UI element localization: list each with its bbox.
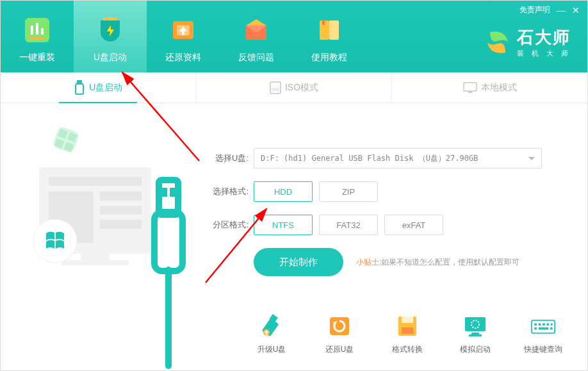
- start-button[interactable]: 开始制作: [254, 248, 343, 276]
- svg-rect-44: [330, 317, 349, 335]
- tool-hotkey[interactable]: 快捷键查询: [518, 313, 568, 355]
- svg-point-35: [33, 219, 77, 263]
- upload-icon: [172, 16, 195, 44]
- format-zip[interactable]: ZIP: [319, 181, 378, 202]
- iso-icon: ISO: [270, 81, 281, 94]
- usb-select-label: 选择U盘:: [202, 153, 249, 164]
- svg-rect-17: [76, 84, 83, 94]
- svg-rect-53: [532, 320, 555, 333]
- svg-rect-38: [162, 188, 167, 197]
- subtab-label: ISO模式: [285, 82, 318, 94]
- tool-upgrade-usb[interactable]: 升级U盘: [247, 313, 297, 355]
- usb-select-value: D:F: (hd1) General USB Flash Disk （U盘）27…: [261, 153, 478, 164]
- tool-simulate-boot[interactable]: 模拟启动: [450, 313, 500, 355]
- usb-stick-icon: [259, 313, 284, 339]
- svg-rect-15: [322, 20, 325, 25]
- partition-exfat[interactable]: exFAT: [384, 215, 443, 235]
- envelope-icon: [244, 16, 268, 44]
- close-button[interactable]: ✕: [572, 6, 580, 15]
- svg-rect-61: [550, 327, 553, 330]
- tool-label: 还原U盘: [325, 344, 354, 355]
- book-icon: [318, 16, 341, 44]
- svg-rect-33: [81, 254, 110, 260]
- partition-label: 分区格式:: [202, 219, 249, 231]
- svg-rect-51: [471, 333, 479, 334]
- svg-rect-49: [465, 317, 486, 331]
- nav-label: 还原资料: [165, 52, 201, 63]
- tool-format-convert[interactable]: 格式转换: [382, 313, 432, 355]
- tool-label: 升级U盘: [257, 344, 286, 355]
- minimize-button[interactable]: —: [557, 6, 566, 15]
- svg-rect-54: [534, 323, 537, 326]
- nav-label: 使用教程: [311, 52, 347, 63]
- svg-rect-1: [31, 26, 33, 35]
- subtab-label: U盘启动: [89, 82, 122, 94]
- header: 一键重装 U盘启动 还原资料: [1, 1, 587, 72]
- tool-label: 格式转换: [392, 344, 423, 355]
- tool-restore-usb[interactable]: 还原U盘: [314, 313, 364, 355]
- subtabs: U盘启动 ISO ISO模式 本地模式: [1, 72, 587, 103]
- svg-rect-3: [41, 28, 44, 35]
- nav-restore[interactable]: 还原资料: [147, 1, 220, 72]
- svg-rect-4: [29, 37, 45, 39]
- svg-rect-2: [36, 23, 38, 35]
- tool-label: 快捷键查询: [524, 344, 562, 355]
- usb-select[interactable]: D:F: (hd1) General USB Flash Disk （U盘）27…: [254, 148, 542, 169]
- shield-icon: [99, 16, 122, 44]
- svg-rect-47: [402, 317, 413, 323]
- nav-label: U盘启动: [94, 52, 127, 63]
- keyboard-icon: [530, 313, 556, 339]
- svg-rect-31: [100, 206, 142, 215]
- tool-label: 模拟启动: [460, 344, 491, 355]
- subtab-local[interactable]: 本地模式: [392, 72, 587, 103]
- svg-rect-30: [100, 192, 142, 201]
- svg-rect-59: [534, 327, 537, 330]
- monitor-icon: [462, 313, 488, 339]
- usb-icon: [74, 80, 85, 95]
- svg-rect-34: [61, 260, 129, 265]
- svg-rect-36: [154, 212, 183, 271]
- svg-rect-55: [539, 323, 541, 326]
- svg-text:ISO: ISO: [272, 87, 280, 92]
- nav-feedback[interactable]: 反馈问题: [220, 1, 293, 72]
- svg-rect-28: [49, 177, 142, 186]
- svg-rect-52: [469, 334, 482, 336]
- tool-bar: 升级U盘 还原U盘: [247, 313, 568, 355]
- nav-label: 一键重装: [19, 52, 55, 63]
- disclaimer-link[interactable]: 免责声明: [519, 4, 550, 15]
- brand: 石大师 装机大师: [484, 15, 587, 72]
- svg-rect-60: [539, 327, 548, 330]
- svg-rect-20: [464, 83, 477, 91]
- nav-usb-boot[interactable]: U盘启动: [74, 1, 147, 72]
- monitor-icon: [463, 82, 477, 94]
- format-hdd[interactable]: HDD: [254, 181, 313, 202]
- svg-rect-48: [402, 327, 413, 334]
- brand-logo-icon: [484, 28, 512, 56]
- nav-reinstall[interactable]: 一键重装: [1, 1, 74, 72]
- svg-rect-21: [468, 92, 472, 93]
- subtab-iso[interactable]: ISO ISO模式: [197, 72, 393, 103]
- svg-rect-32: [100, 220, 142, 229]
- partition-ntfs[interactable]: NTFS: [254, 215, 313, 235]
- illustration: [1, 103, 193, 370]
- brand-title: 石大师: [517, 26, 576, 49]
- partition-fat32[interactable]: FAT32: [319, 215, 378, 235]
- format-label: 选择格式:: [202, 186, 249, 197]
- brand-subtitle: 装机大师: [517, 49, 576, 58]
- subtab-label: 本地模式: [481, 82, 517, 94]
- svg-rect-57: [546, 323, 549, 326]
- chevron-down-icon: [528, 157, 535, 160]
- floppy-icon: [395, 313, 420, 339]
- svg-rect-56: [543, 323, 545, 326]
- restore-icon: [327, 313, 352, 339]
- bar-chart-icon: [25, 16, 49, 44]
- svg-rect-39: [170, 188, 175, 197]
- svg-marker-10: [246, 19, 266, 26]
- nav-tutorial[interactable]: 使用教程: [293, 1, 366, 72]
- svg-rect-58: [551, 323, 553, 326]
- nav-label: 反馈问题: [238, 52, 274, 63]
- tip-text: 小贴士:如果不知道怎么配置，使用默认配置即可: [356, 257, 519, 268]
- subtab-usb-boot[interactable]: U盘启动: [1, 72, 197, 103]
- svg-rect-14: [329, 21, 339, 40]
